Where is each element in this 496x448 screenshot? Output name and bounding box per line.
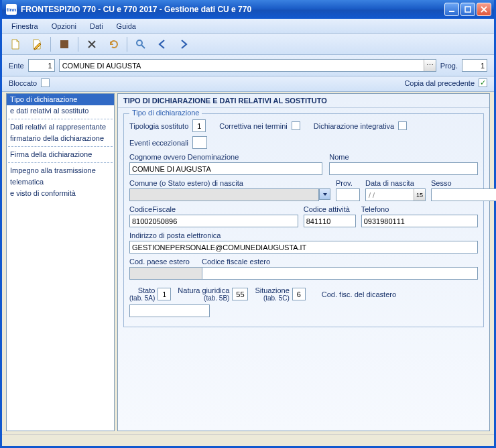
cod-fisc-dicastero-label: Cod. fisc. del dicastero — [322, 290, 396, 298]
fieldset-legend: Tipo di dichiarazione — [129, 109, 202, 117]
nav-separator — [8, 146, 113, 147]
cod-paese-estero-label: Cod. paese estero — [129, 258, 195, 266]
minimize-button[interactable] — [444, 3, 459, 16]
filter-bar: Ente COMUNE DI AUGUSTA ⋯ Prog. — [2, 55, 494, 76]
nav-item-impegno-sub2[interactable]: e visto di conformità — [7, 188, 114, 199]
nav-item-impegno[interactable]: Impegno alla trasmissione — [7, 165, 114, 176]
cod-attivita-input[interactable] — [304, 215, 356, 227]
data-nascita-value: / / — [366, 190, 414, 200]
cod-fisc-dicastero-input[interactable] — [129, 304, 210, 317]
nav-item-tipo-dichiarazione[interactable]: Tipo di dichiarazione — [7, 94, 114, 105]
copia-checkbox[interactable] — [479, 78, 487, 87]
prov-input[interactable] — [336, 188, 360, 201]
svg-rect-2 — [60, 40, 68, 48]
window-title: FRONTESPIZIO 770 - CU e 770 2017 - Gesti… — [21, 5, 444, 14]
sesso-input[interactable] — [431, 188, 496, 201]
data-nascita-label: Data di nascita — [365, 179, 426, 187]
telefono-input[interactable] — [361, 215, 478, 227]
ente-label: Ente — [9, 62, 24, 70]
toolbar-separator — [50, 37, 51, 52]
status-bar — [2, 434, 494, 446]
section-title: TIPO DI DICHIARAZIONE E DATI RELATIVI AL… — [118, 94, 489, 108]
menu-dati[interactable]: Dati — [84, 21, 109, 32]
cf-label: CodiceFiscale — [129, 205, 298, 213]
ente-id-input[interactable] — [28, 59, 55, 72]
situazione-label: Situazione — [255, 286, 289, 294]
email-input[interactable] — [129, 241, 478, 254]
fieldset-tipo-dichiarazione: Tipo di dichiarazione Tipologia sostitut… — [123, 113, 484, 327]
nav-list: Tipo di dichiarazione e dati relativi al… — [6, 93, 115, 431]
copia-label: Copia dal precedente — [404, 79, 475, 87]
correttiva-checkbox[interactable] — [292, 121, 300, 130]
nav-item-firma[interactable]: Firma della dichiarazione — [7, 149, 114, 160]
toolbar-separator — [78, 37, 78, 52]
integrativa-checkbox[interactable] — [398, 121, 407, 130]
delete-icon[interactable] — [84, 36, 100, 52]
lock-bar: Bloccato Copia dal precedente — [2, 76, 494, 92]
eventi-label: Eventi eccezionali — [129, 139, 188, 147]
stato-sublabel: (tab. 5A) — [129, 294, 155, 302]
calendar-icon[interactable]: 15 — [414, 189, 425, 201]
cod-attivita-label: Codice attività — [304, 205, 356, 213]
prog-input[interactable] — [462, 59, 487, 72]
new-icon[interactable] — [7, 36, 23, 52]
email-label: Indirizzo di posta elettronica — [129, 231, 478, 239]
nav-item-rappresentante[interactable]: Dati relativi al rappresentante — [7, 121, 114, 133]
app-icon: tinn — [6, 4, 17, 15]
integrativa-label: Dichiarazione integrativa — [314, 122, 394, 130]
dropdown-icon[interactable] — [319, 188, 330, 200]
comune-nascita-label: Comune (o Stato estero) di nascita — [129, 179, 330, 187]
next-icon[interactable] — [176, 36, 192, 52]
eventi-input[interactable] — [192, 136, 207, 149]
search-icon[interactable] — [133, 36, 149, 52]
close-button[interactable] — [477, 3, 491, 16]
stop-icon[interactable] — [56, 36, 72, 52]
telefono-label: Telefono — [361, 205, 478, 213]
bloccato-checkbox[interactable] — [41, 78, 50, 87]
lookup-button-icon[interactable]: ⋯ — [424, 60, 436, 71]
maximize-button[interactable] — [460, 3, 475, 16]
tipologia-label: Tipologia sostituto — [129, 122, 188, 130]
svg-rect-1 — [465, 7, 471, 12]
ente-name-value: COMUNE DI AUGUSTA — [60, 61, 424, 70]
stato-label: Stato — [129, 286, 155, 294]
prov-label: Prov. — [336, 179, 360, 187]
cf-input[interactable] — [129, 215, 298, 227]
ente-name-lookup[interactable]: COMUNE DI AUGUSTA ⋯ — [59, 59, 436, 72]
situazione-input[interactable] — [292, 288, 306, 300]
denom-label: Cognome ovvero Denominazione — [129, 153, 322, 161]
menu-opzioni[interactable]: Opzioni — [46, 21, 82, 32]
svg-rect-0 — [449, 11, 454, 12]
tipologia-input[interactable] — [192, 119, 206, 132]
cf-estero-label: Codice fiscale estero — [202, 258, 478, 266]
titlebar: tinn FRONTESPIZIO 770 - CU e 770 2017 - … — [2, 0, 494, 19]
toolbar — [2, 34, 494, 55]
undo-icon[interactable] — [105, 36, 121, 52]
menu-guida[interactable]: Guida — [111, 21, 141, 32]
bloccato-label: Bloccato — [9, 79, 37, 87]
nav-item-rappresentante-sub[interactable]: firmatario della dichiarazione — [7, 133, 114, 144]
nome-input[interactable] — [329, 162, 478, 175]
cf-estero-input[interactable] — [202, 267, 478, 280]
denom-input[interactable] — [129, 162, 322, 175]
menu-finestra[interactable]: Finestra — [6, 21, 44, 32]
svg-point-3 — [137, 40, 142, 46]
prog-label: Prog. — [440, 62, 458, 70]
data-nascita-datebox[interactable]: / / 15 — [365, 188, 426, 201]
natura-label: Natura giuridica — [178, 286, 229, 294]
nav-item-impegno-sub[interactable]: telematica — [7, 176, 114, 188]
situazione-sublabel: (tab. 5C) — [255, 294, 289, 302]
comune-nascita-input[interactable] — [129, 188, 319, 201]
sesso-label: Sesso — [431, 179, 478, 187]
natura-input[interactable] — [232, 288, 248, 300]
menubar: Finestra Opzioni Dati Guida — [2, 19, 494, 34]
toolbar-separator — [127, 37, 127, 52]
correttiva-label: Correttiva nei termini — [219, 122, 287, 130]
nav-item-tipo-dichiarazione-sub[interactable]: e dati relativi al sostituto — [7, 105, 114, 117]
prev-icon[interactable] — [154, 36, 170, 52]
nav-separator — [8, 119, 113, 119]
edit-icon[interactable] — [29, 36, 45, 52]
natura-sublabel: (tab. 5B) — [178, 294, 229, 302]
nome-label: Nome — [329, 153, 478, 161]
stato-input[interactable] — [158, 288, 171, 300]
